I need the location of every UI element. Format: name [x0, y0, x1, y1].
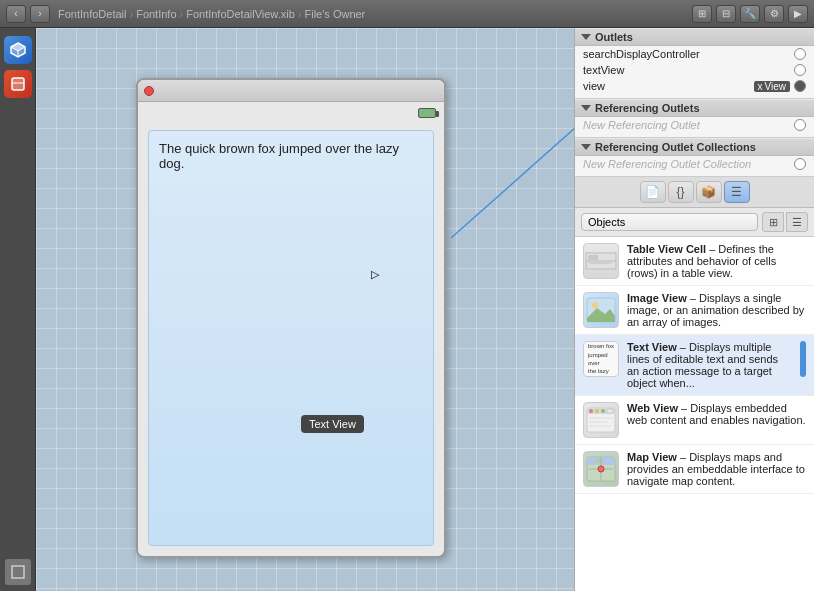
svg-point-12: [592, 302, 598, 308]
image-view-text: Image View – Displays a single image, or…: [627, 292, 806, 328]
library-list[interactable]: Table View Cell – Defines the attributes…: [575, 237, 814, 591]
iphone-title-bar: [138, 80, 444, 102]
new-ref-row: New Referencing Outlet: [575, 117, 814, 133]
toolbar-icon-1[interactable]: ⊞: [692, 5, 712, 23]
text-view-box[interactable]: The quick brown fox jumped over the lazy…: [148, 130, 434, 546]
library-item-image-view[interactable]: Image View – Displays a single image, or…: [575, 286, 814, 335]
referencing-collections-triangle: [581, 144, 591, 150]
sidebar-icon-square[interactable]: [5, 559, 31, 585]
back-button[interactable]: ‹: [6, 5, 26, 23]
new-ref-label: New Referencing Outlet: [583, 119, 790, 131]
image-view-icon: [583, 292, 619, 328]
breadcrumb-sep-1: ›: [129, 8, 133, 20]
view-row: view x View: [575, 78, 814, 94]
outlets-triangle: [581, 34, 591, 40]
new-collection-label: New Referencing Outlet Collection: [583, 158, 790, 170]
tab-objects[interactable]: 📦: [696, 181, 722, 203]
view-tag-text: View: [765, 81, 787, 92]
referencing-outlets-section: Referencing Outlets New Referencing Outl…: [575, 99, 814, 138]
right-tabs: 📄 {} 📦 ☰: [575, 177, 814, 208]
svg-rect-3: [12, 78, 24, 90]
outlet-row-search: searchDisplayController: [575, 46, 814, 62]
table-cell-title: Table View Cell – Defines the attributes…: [627, 243, 806, 279]
referencing-collections-header[interactable]: Referencing Outlet Collections: [575, 138, 814, 156]
map-view-title: Map View – Displays maps and provides an…: [627, 451, 806, 487]
text-view-content: The quick brown fox jumped over the lazy…: [159, 141, 399, 171]
text-view-title: Text View – Displays multiple lines of e…: [627, 341, 792, 389]
outlet-name-textview: textView: [583, 64, 790, 76]
scroll-indicator-blue: [800, 341, 806, 377]
referencing-collections-title: Referencing Outlet Collections: [595, 141, 756, 153]
table-cell-icon: [583, 243, 619, 279]
outlet-name-search: searchDisplayController: [583, 48, 790, 60]
canvas-area[interactable]: The quick brown fox jumped over the lazy…: [36, 28, 574, 591]
sidebar-icon-cube[interactable]: [4, 36, 32, 64]
view-tag: x View: [754, 81, 791, 92]
svg-rect-10: [588, 262, 612, 264]
outlet-row-textview: textView: [575, 62, 814, 78]
library-item-map-view[interactable]: Map View – Displays maps and provides an…: [575, 445, 814, 494]
breadcrumb-item-2[interactable]: FontInfo: [136, 8, 176, 20]
iphone-content: The quick brown fox jumped over the lazy…: [138, 102, 444, 556]
battery-icon: [418, 108, 436, 118]
outlet-circle-search[interactable]: [794, 48, 806, 60]
library-item-text-view[interactable]: The quick brown fox jumped over the lazy…: [575, 335, 814, 396]
right-panel: Outlets searchDisplayController textView…: [574, 28, 814, 591]
breadcrumb-sep-3: ›: [298, 8, 302, 20]
toolbar-icon-4[interactable]: ⚙: [764, 5, 784, 23]
svg-point-28: [598, 466, 604, 472]
sidebar-icon-box[interactable]: [4, 70, 32, 98]
svg-rect-5: [12, 566, 24, 578]
map-view-icon: [583, 451, 619, 487]
library-item-web-view[interactable]: Web View – Displays embedded web content…: [575, 396, 814, 445]
text-view-lib-text: Text View – Displays multiple lines of e…: [627, 341, 792, 389]
left-sidebar: [0, 28, 36, 591]
svg-rect-19: [607, 409, 613, 413]
toolbar-icon-2[interactable]: ⊟: [716, 5, 736, 23]
outlet-circle-view[interactable]: [794, 80, 806, 92]
new-collection-circle[interactable]: [794, 158, 806, 170]
breadcrumb: FontInfoDetail › FontInfo › FontInfoDeta…: [58, 8, 365, 20]
breadcrumb-sep-2: ›: [180, 8, 184, 20]
outlets-header[interactable]: Outlets: [575, 28, 814, 46]
view-toggle: ⊞ ☰: [762, 212, 808, 232]
status-bar-battery: [418, 108, 436, 118]
forward-button[interactable]: ›: [30, 5, 50, 23]
tab-file[interactable]: 📄: [640, 181, 666, 203]
view-tag-x: x: [758, 81, 763, 92]
outlets-title: Outlets: [595, 31, 633, 43]
view-outlet-name: view: [583, 80, 750, 92]
referencing-collections-section: Referencing Outlet Collections New Refer…: [575, 138, 814, 177]
toolbar-icon-5[interactable]: ▶: [788, 5, 808, 23]
new-collection-row: New Referencing Outlet Collection: [575, 156, 814, 172]
list-view-button[interactable]: ☰: [786, 212, 808, 232]
svg-line-6: [451, 96, 574, 238]
tab-list[interactable]: ☰: [724, 181, 750, 203]
toolbar-icon-3[interactable]: 🔧: [740, 5, 760, 23]
referencing-outlets-triangle: [581, 105, 591, 111]
svg-point-17: [595, 409, 599, 413]
svg-point-16: [589, 409, 593, 413]
objects-bar: Objects ⊞ ☰: [575, 208, 814, 237]
library-item-table-cell[interactable]: Table View Cell – Defines the attributes…: [575, 237, 814, 286]
main-area: The quick brown fox jumped over the lazy…: [0, 28, 814, 591]
map-view-text: Map View – Displays maps and provides an…: [627, 451, 806, 487]
grid-view-button[interactable]: ⊞: [762, 212, 784, 232]
svg-point-18: [601, 409, 605, 413]
web-view-icon: [583, 402, 619, 438]
new-ref-circle[interactable]: [794, 119, 806, 131]
breadcrumb-item-3[interactable]: FontInfoDetailView.xib: [186, 8, 295, 20]
web-view-title: Web View – Displays embedded web content…: [627, 402, 806, 426]
referencing-outlets-header[interactable]: Referencing Outlets: [575, 99, 814, 117]
breadcrumb-item-1[interactable]: FontInfoDetail: [58, 8, 126, 20]
outlet-circle-textview[interactable]: [794, 64, 806, 76]
objects-dropdown[interactable]: Objects: [581, 213, 758, 231]
toolbar-right: ⊞ ⊟ 🔧 ⚙ ▶: [692, 5, 808, 23]
outlets-section: Outlets searchDisplayController textView…: [575, 28, 814, 99]
iphone-frame: The quick brown fox jumped over the lazy…: [136, 78, 446, 558]
text-view-icon: The quick brown fox jumped over the lazy…: [583, 341, 619, 377]
table-cell-text: Table View Cell – Defines the attributes…: [627, 243, 806, 279]
breadcrumb-item-4[interactable]: File's Owner: [305, 8, 366, 20]
image-view-title: Image View – Displays a single image, or…: [627, 292, 806, 328]
tab-code[interactable]: {}: [668, 181, 694, 203]
